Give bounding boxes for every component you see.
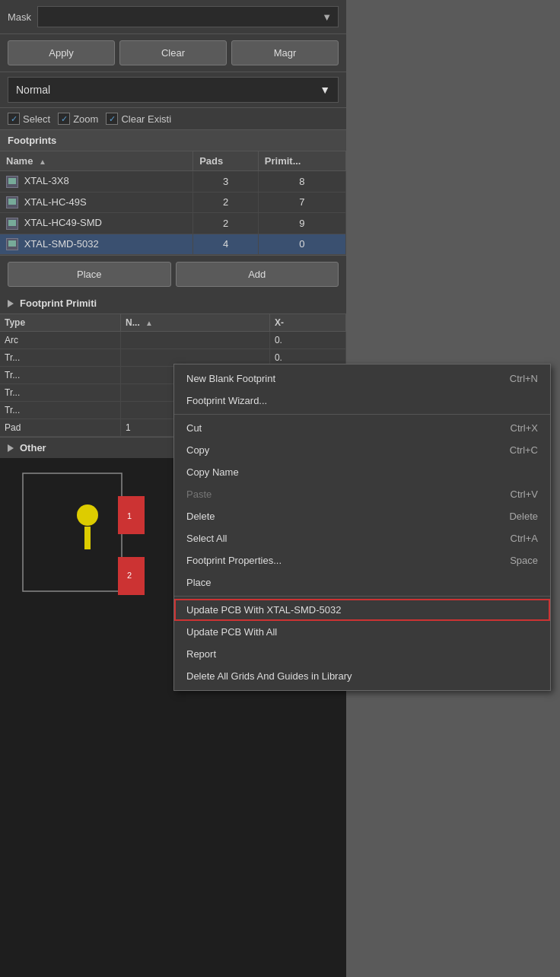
add-button[interactable]: Add (176, 262, 339, 287)
col-primit[interactable]: Primit... (258, 151, 345, 171)
clear-existing-checkbox[interactable]: ✓ (106, 113, 118, 125)
ctx-item-label: Footprint Wizard... (186, 395, 267, 406)
context-menu-item[interactable]: Select All Ctrl+A (174, 527, 550, 549)
fp-icon-inner (8, 220, 16, 226)
fp-name-cell: XTAL-HC49-SMD (0, 213, 193, 234)
clear-button[interactable]: Clear (119, 40, 227, 65)
select-checkbox[interactable]: ✓ (8, 113, 20, 125)
prim-col-x[interactable]: X- (269, 314, 345, 332)
context-menu-item[interactable]: New Blank Footprint Ctrl+N (174, 368, 550, 390)
prim-type-cell: Pad (0, 419, 121, 437)
fp-pads-cell: 4 (193, 234, 259, 255)
magr-button[interactable]: Magr (231, 40, 339, 65)
ctx-item-label: Update PCB With All (186, 626, 277, 638)
ctx-item-label: Cut (186, 422, 202, 434)
prim-n-cell (121, 332, 270, 349)
fp-pads-cell: 2 (193, 192, 259, 213)
mask-row: Mask ▼ (0, 0, 346, 34)
context-menu: New Blank Footprint Ctrl+N Footprint Wiz… (173, 364, 551, 691)
normal-row: Normal ▼ (0, 72, 346, 108)
context-menu-item[interactable]: Delete All Grids And Guides in Library (174, 665, 550, 687)
fp-name: XTAL-SMD-5032 (24, 238, 99, 250)
fp-table-row[interactable]: XTAL-HC49-SMD 2 9 (0, 213, 346, 234)
sort-arrow: ▲ (39, 158, 46, 166)
ctx-item-label: Copy (186, 444, 209, 456)
svg-text:2: 2 (127, 571, 132, 580)
context-menu-item[interactable]: Footprint Properties... Space (174, 549, 550, 571)
context-menu-item[interactable]: Update PCB With XTAL-SMD-5032 (174, 599, 550, 621)
select-checkbox-item[interactable]: ✓ Select (8, 113, 50, 125)
mask-dropdown-arrow: ▼ (322, 11, 332, 23)
fp-icon (6, 238, 18, 250)
ctx-item-label: Update PCB With XTAL-SMD-5032 (186, 604, 342, 616)
footprints-table: Name ▲ Pads Primit... XTAL-3X8 3 8 (0, 151, 346, 255)
clear-existing-label: Clear Existi (121, 113, 171, 125)
svg-text:1: 1 (127, 511, 132, 520)
context-menu-item[interactable]: Footprint Wizard... (174, 390, 550, 412)
context-menu-divider (174, 414, 550, 415)
ctx-item-label: Report (186, 648, 216, 660)
prim-sort-arrow: ▲ (145, 319, 153, 327)
context-menu-item[interactable]: Copy Name (174, 461, 550, 483)
prim-table-row: Arc 0. (0, 332, 346, 349)
prim-col-type[interactable]: Type (0, 314, 121, 332)
place-button[interactable]: Place (8, 262, 171, 287)
col-pads[interactable]: Pads (193, 151, 259, 171)
fp-primit-cell: 7 (258, 192, 345, 213)
context-menu-item[interactable]: Copy Ctrl+C (174, 439, 550, 461)
footprints-table-container: Name ▲ Pads Primit... XTAL-3X8 3 8 (0, 151, 346, 255)
triangle-icon (8, 300, 14, 307)
checkboxes-row: ✓ Select ✓ Zoom ✓ Clear Existi (0, 108, 346, 130)
svg-rect-0 (23, 473, 122, 591)
ctx-item-label: Delete All Grids And Guides in Library (186, 670, 352, 682)
apply-button[interactable]: Apply (8, 40, 115, 65)
ctx-item-label: New Blank Footprint (186, 373, 275, 384)
fp-table-row[interactable]: XTAL-HC-49S 2 7 (0, 192, 346, 213)
context-menu-item[interactable]: Update PCB With All (174, 621, 550, 643)
fp-table-row[interactable]: XTAL-SMD-5032 4 0 (0, 234, 346, 255)
ctx-item-label: Place (186, 577, 212, 588)
context-menu-item[interactable]: Paste Ctrl+V (174, 483, 550, 505)
normal-arrow: ▼ (320, 84, 330, 96)
prim-type-cell: Arc (0, 332, 121, 349)
fp-name: XTAL-3X8 (24, 175, 69, 186)
normal-dropdown[interactable]: Normal ▼ (8, 77, 339, 103)
prim-x-cell: 0. (269, 332, 345, 349)
fp-icon (6, 218, 18, 230)
fp-preview-svg: 1 2 (0, 458, 167, 610)
fp-primit-cell: 8 (258, 171, 345, 193)
ctx-item-label: Select All (186, 533, 227, 544)
select-label: Select (23, 113, 50, 125)
prim-type-cell: Tr... (0, 367, 121, 384)
zoom-checkbox-item[interactable]: ✓ Zoom (58, 113, 98, 125)
ctx-item-shortcut: Ctrl+V (511, 488, 538, 500)
fp-table-row[interactable]: XTAL-3X8 3 8 (0, 171, 346, 193)
fp-primit-cell: 9 (258, 213, 345, 234)
col-name[interactable]: Name ▲ (0, 151, 193, 171)
context-menu-item[interactable]: Delete Delete (174, 505, 550, 527)
fp-primit-cell: 0 (258, 234, 345, 255)
fp-name: XTAL-HC49-SMD (24, 217, 102, 228)
fp-icon (6, 196, 18, 208)
mask-label: Mask (8, 11, 31, 23)
fp-name-cell: XTAL-HC-49S (0, 192, 193, 213)
svg-point-3 (77, 504, 98, 526)
prim-type-cell: Tr... (0, 349, 121, 367)
context-menu-item[interactable]: Report (174, 643, 550, 665)
fp-name-cell: XTAL-3X8 (0, 171, 193, 193)
zoom-checkbox[interactable]: ✓ (58, 113, 70, 125)
ctx-item-shortcut: Ctrl+X (511, 422, 538, 434)
prim-col-n[interactable]: N... ▲ (121, 314, 270, 332)
fp-pads-cell: 3 (193, 171, 259, 193)
context-menu-item[interactable]: Place (174, 571, 550, 594)
mask-dropdown[interactable]: ▼ (37, 6, 339, 27)
context-menu-item[interactable]: Cut Ctrl+X (174, 417, 550, 439)
svg-rect-4 (84, 527, 91, 549)
fp-pads-cell: 2 (193, 213, 259, 234)
buttons-row: Apply Clear Magr (0, 34, 346, 72)
normal-value: Normal (16, 84, 50, 96)
clear-existing-checkbox-item[interactable]: ✓ Clear Existi (106, 113, 171, 125)
primitives-header: Footprint Primiti (0, 293, 346, 314)
ctx-item-label: Footprint Properties... (186, 555, 282, 566)
place-add-row: Place Add (0, 255, 346, 293)
